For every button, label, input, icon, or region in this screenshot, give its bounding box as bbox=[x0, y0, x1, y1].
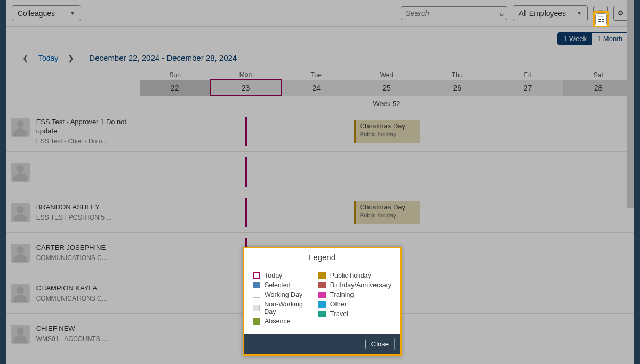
legend-swatch bbox=[318, 311, 326, 317]
legend-label: Absence bbox=[265, 318, 291, 325]
legend-item: Travel bbox=[318, 310, 391, 318]
legend-swatch bbox=[318, 282, 326, 288]
employee-subtitle: ESS TEST POSITION 5 ... bbox=[36, 214, 112, 221]
employee-row: ESS Test - Approver 1 Do not update ESS … bbox=[6, 111, 634, 152]
view-toggle-row: 1 Week 1 Month bbox=[6, 27, 634, 45]
legend-swatch bbox=[253, 305, 260, 311]
day-head-mon: Mon bbox=[210, 68, 281, 80]
legend-item: Public holiday bbox=[318, 272, 391, 279]
event-subtitle: Public holiday bbox=[360, 131, 415, 137]
topbar: Colleagues ▼ ⌕ All Employees ▼ ☶ ⚙ bbox=[6, 0, 634, 27]
legend-item: Selected bbox=[253, 281, 313, 289]
legend-item: Other bbox=[318, 301, 391, 308]
legend-item: Non-Working Day bbox=[253, 301, 313, 316]
day-head-fri: Fri bbox=[492, 68, 563, 80]
legend-footer: Close bbox=[244, 334, 400, 354]
legend-label: Working Day bbox=[265, 291, 302, 298]
date-cell-tue[interactable]: 24 bbox=[281, 80, 351, 96]
employee-subtitle: COMMUNICATIONS C... bbox=[36, 254, 107, 262]
legend-item: Training bbox=[318, 291, 391, 298]
avatar bbox=[11, 244, 30, 263]
legend-swatch bbox=[253, 272, 260, 279]
legend-close-button[interactable]: Close bbox=[365, 338, 395, 350]
employee-subtitle: WMS01 - ACCOUNTS ... bbox=[36, 335, 107, 343]
employee-name: CARTER JOSEPHINE bbox=[36, 244, 107, 253]
colleagues-dropdown[interactable]: Colleagues ▼ bbox=[12, 5, 81, 21]
legend-button-highlight: ☶ bbox=[593, 11, 609, 27]
date-cell-mon[interactable]: 23 bbox=[210, 80, 281, 96]
legend-swatch bbox=[318, 301, 326, 308]
colleagues-label: Colleagues bbox=[18, 9, 55, 18]
event-title: Christmas Day bbox=[360, 203, 415, 211]
legend-label: Other bbox=[330, 301, 347, 308]
date-cell-fri[interactable]: 27 bbox=[492, 80, 563, 96]
date-range: December 22, 2024 - December 28, 2024 bbox=[89, 53, 237, 62]
day-head-wed: Wed bbox=[351, 68, 422, 80]
legend-label: Public holiday bbox=[330, 272, 371, 279]
event-subtitle: Public holiday bbox=[360, 212, 415, 219]
today-marker bbox=[245, 157, 247, 187]
legend-popup: Legend TodaySelectedWorking DayNon-Worki… bbox=[243, 247, 402, 356]
nav-row: ❮ Today ❯ December 22, 2024 - December 2… bbox=[6, 45, 634, 68]
employee-name: CHIEF NEW bbox=[36, 325, 107, 334]
view-toggle: 1 Week 1 Month bbox=[557, 32, 628, 45]
today-marker bbox=[245, 117, 247, 146]
today-marker bbox=[245, 198, 247, 227]
legend-swatch bbox=[253, 282, 260, 288]
employee-filter-label: All Employees bbox=[518, 9, 566, 18]
day-head-tue: Tue bbox=[281, 68, 351, 80]
date-cell-thu[interactable]: 26 bbox=[422, 80, 492, 96]
legend-label: Training bbox=[330, 291, 354, 298]
gear-icon: ⚙ bbox=[618, 9, 624, 17]
avatar bbox=[11, 203, 30, 222]
legend-item: Working Day bbox=[253, 291, 313, 298]
date-row: 22 23 24 25 26 27 28 bbox=[6, 80, 634, 96]
legend-item: Birthday/Anniversary bbox=[318, 281, 391, 289]
employee-filter-dropdown[interactable]: All Employees ▼ bbox=[513, 5, 588, 21]
week-label: Week 52 bbox=[140, 96, 634, 111]
avatar bbox=[11, 325, 30, 344]
settings-button[interactable]: ⚙ bbox=[613, 6, 628, 21]
view-month-button[interactable]: 1 Month bbox=[592, 33, 628, 45]
employee-name: CHAMPION KAYLA bbox=[36, 284, 107, 293]
legend-label: Today bbox=[265, 272, 282, 279]
calendar-event[interactable]: Christmas Day Public holiday bbox=[354, 120, 420, 143]
legend-swatch bbox=[318, 272, 326, 279]
employee-row bbox=[6, 152, 634, 192]
day-header-row: Sun Mon Tue Wed Thu Fri Sat bbox=[6, 68, 634, 80]
date-cell-sun[interactable]: 22 bbox=[140, 80, 210, 96]
legend-swatch bbox=[253, 292, 260, 298]
search-input-wrap[interactable]: ⌕ bbox=[401, 6, 507, 20]
employee-subtitle: ESS Test - Chief - Do n... bbox=[36, 137, 132, 145]
calendar-event[interactable]: Christmas Day Public holiday bbox=[354, 201, 420, 224]
event-title: Christmas Day bbox=[360, 122, 415, 130]
view-week-button[interactable]: 1 Week bbox=[558, 33, 592, 45]
date-cell-wed[interactable]: 25 bbox=[351, 80, 422, 96]
legend-button[interactable]: ☶ bbox=[595, 13, 607, 25]
legend-swatch bbox=[318, 292, 326, 298]
avatar bbox=[11, 118, 30, 137]
day-head-sun: Sun bbox=[140, 68, 210, 80]
next-week-button[interactable]: ❯ bbox=[68, 54, 74, 62]
legend-label: Selected bbox=[265, 281, 291, 289]
scrollbar[interactable] bbox=[627, 0, 634, 208]
avatar bbox=[11, 163, 30, 182]
avatar bbox=[11, 284, 30, 303]
date-cell-sat[interactable]: 28 bbox=[563, 80, 634, 96]
legend-label: Non-Working Day bbox=[264, 301, 313, 316]
day-head-sat: Sat bbox=[563, 68, 634, 80]
legend-item: Today bbox=[253, 272, 313, 279]
employee-subtitle: COMMUNICATIONS C... bbox=[36, 295, 107, 302]
today-button[interactable]: Today bbox=[38, 54, 58, 62]
chevron-down-icon: ▼ bbox=[577, 10, 582, 16]
legend-title: Legend bbox=[244, 248, 400, 266]
prev-week-button[interactable]: ❮ bbox=[22, 54, 29, 62]
employee-row: BRANDON ASHLEY ESS TEST POSITION 5 ... C… bbox=[6, 192, 634, 233]
legend-swatch bbox=[253, 318, 260, 325]
search-input[interactable] bbox=[405, 9, 500, 18]
day-head-thu: Thu bbox=[422, 68, 492, 80]
employee-name: BRANDON ASHLEY bbox=[36, 203, 112, 212]
legend-label: Travel bbox=[330, 310, 348, 318]
legend-body: TodaySelectedWorking DayNon-Working DayA… bbox=[244, 266, 400, 334]
search-icon: ⌕ bbox=[500, 9, 504, 18]
